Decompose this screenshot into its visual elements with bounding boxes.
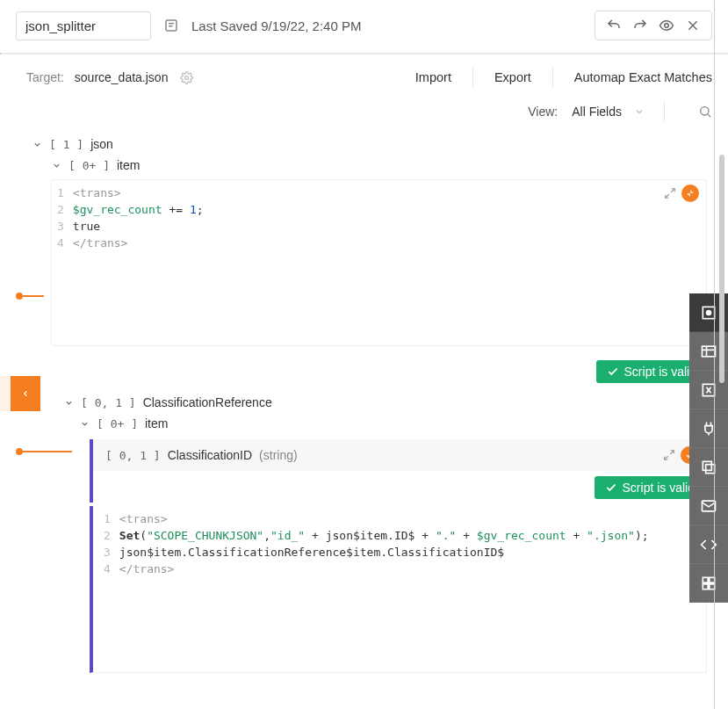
rail-email-icon[interactable] — [689, 487, 728, 525]
code-text: <trans> — [119, 512, 168, 525]
code-text: Set — [119, 529, 140, 542]
notes-icon[interactable] — [163, 18, 179, 33]
rail-grid-icon[interactable] — [689, 564, 728, 603]
view-value: All Fields — [572, 105, 622, 119]
svg-line-8 — [708, 114, 710, 117]
rail-code-icon[interactable] — [689, 525, 728, 564]
undo-button[interactable] — [601, 15, 627, 36]
svg-point-7 — [701, 107, 709, 115]
chevron-down-icon — [63, 398, 74, 408]
code-text: ".json" — [587, 529, 635, 542]
last-saved-text: Last Saved 9/19/22, 2:40 PM — [191, 18, 361, 33]
node-label: item — [145, 416, 168, 430]
view-label: View: — [528, 105, 558, 119]
svg-point-14 — [707, 310, 711, 315]
node-label: json — [90, 137, 113, 151]
tree-node-item[interactable]: [ 0+ ] item — [32, 155, 707, 176]
export-button[interactable]: Export — [479, 67, 547, 88]
gear-icon[interactable] — [180, 71, 193, 84]
chevron-down-icon — [32, 140, 42, 149]
redo-button[interactable] — [627, 15, 653, 36]
svg-line-10 — [666, 194, 669, 198]
chevron-down-icon — [79, 419, 90, 429]
code-text: ); — [635, 529, 649, 542]
code-text: $gv_rec_count — [73, 203, 162, 216]
code-text: <trans> — [73, 186, 121, 199]
svg-rect-24 — [703, 583, 708, 589]
top-actions-group — [595, 11, 712, 40]
expand-icon[interactable] — [664, 187, 676, 199]
code-text: ; — [197, 203, 204, 216]
tree-node-item-2[interactable]: [ 0+ ] item — [32, 413, 707, 434]
node-count: [ 0+ ] — [97, 417, 138, 430]
code-text: true — [73, 220, 100, 233]
automap-button[interactable]: Automap Exact Matches — [559, 67, 712, 88]
separator — [552, 68, 553, 87]
code-text: ( — [140, 529, 147, 542]
separator — [472, 68, 473, 87]
target-label: Target: — [26, 70, 64, 84]
code-text: "SCOPE_CHUNKJSON" — [147, 529, 263, 542]
node-type: (string) — [259, 448, 298, 462]
collapse-icon[interactable] — [681, 184, 699, 202]
chevron-down-icon — [51, 161, 61, 170]
code-text: "id_" — [270, 529, 305, 542]
rail-plugin-icon[interactable] — [689, 409, 728, 448]
code-text: </trans> — [119, 562, 175, 575]
node-label: ClassificationReference — [143, 395, 272, 409]
chevron-down-icon — [634, 106, 645, 117]
node-count: [ 0+ ] — [68, 159, 110, 172]
svg-point-6 — [185, 76, 189, 79]
svg-line-9 — [671, 189, 674, 192]
valid-text: Script is valid — [623, 481, 695, 495]
search-icon[interactable] — [698, 105, 712, 119]
separator — [664, 102, 665, 121]
node-label: ClassificationID — [168, 448, 252, 462]
tree-node-classification-reference[interactable]: [ 0, 1 ] ClassificationReference — [32, 392, 707, 413]
tree-node-json[interactable]: [ 1 ] json — [32, 134, 707, 155]
valid-text: Script is valid — [624, 365, 696, 379]
svg-point-3 — [665, 24, 669, 28]
rail-copy-icon[interactable] — [689, 448, 728, 487]
code-text: json$item.ClassificationReference$item.C… — [119, 546, 504, 559]
scrollbar[interactable] — [719, 155, 724, 383]
svg-rect-22 — [703, 577, 708, 582]
code-text: += — [162, 203, 190, 216]
preview-button[interactable] — [653, 15, 680, 36]
panel-border — [714, 0, 715, 709]
mapping-marker-line — [19, 451, 72, 452]
code-text: "." — [436, 529, 456, 542]
expand-icon[interactable] — [663, 449, 675, 461]
mapping-marker-line — [19, 295, 44, 297]
script-editor-classification-id[interactable]: 1 2 3 4<trans> Set("SCOPE_CHUNKJSON","id… — [90, 506, 707, 673]
node-count: [ 0, 1 ] — [81, 396, 136, 409]
code-text: </trans> — [73, 236, 128, 250]
view-dropdown[interactable]: All Fields — [572, 105, 645, 119]
code-text: $gv_rec_count — [477, 529, 566, 542]
code-text: 1 — [190, 203, 197, 216]
import-button[interactable]: Import — [400, 67, 467, 88]
script-editor-item[interactable]: 1 2 3 4<trans> $gv_rec_count += 1; true … — [51, 179, 707, 346]
transformation-name-input[interactable] — [16, 11, 151, 40]
code-text: + json$item.ID$ + — [305, 529, 436, 542]
panel-handle-bg — [0, 376, 11, 411]
code-text: + — [456, 529, 476, 542]
node-count: [ 0, 1 ] — [105, 449, 161, 462]
collapse-panel-handle[interactable] — [11, 376, 40, 411]
target-value: source_data.json — [75, 70, 169, 84]
close-button[interactable] — [680, 15, 706, 36]
code-text: + — [566, 529, 587, 542]
field-classification-id[interactable]: [ 0, 1 ] ClassificationID (string) — [90, 439, 707, 471]
node-count: [ 1 ] — [49, 138, 83, 151]
svg-rect-20 — [703, 461, 711, 470]
node-label: item — [117, 158, 140, 172]
code-text: , — [263, 529, 270, 542]
svg-line-11 — [670, 451, 674, 454]
svg-line-12 — [665, 456, 668, 459]
